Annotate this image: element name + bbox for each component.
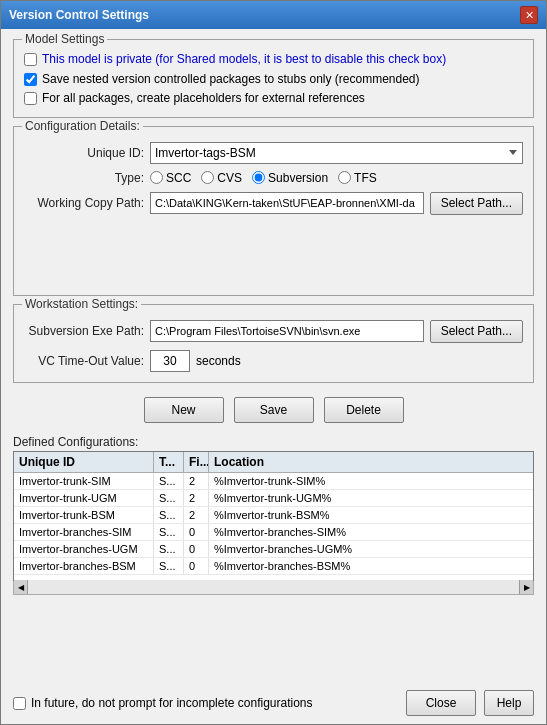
unique-id-control: Imvertor-tags-BSM xyxy=(150,142,523,164)
defined-configs-label: Defined Configurations: xyxy=(13,435,534,449)
private-model-checkbox[interactable] xyxy=(24,53,37,66)
scroll-right-btn[interactable]: ▶ xyxy=(519,580,533,594)
td-fi: 0 xyxy=(184,558,209,574)
configs-table: Unique ID T... Fi... Location Imvertor-t… xyxy=(13,451,534,581)
bottom-left: In future, do not prompt for incomplete … xyxy=(13,696,313,710)
title-bar: Version Control Settings ✕ xyxy=(1,1,546,29)
timeout-input[interactable]: 30 xyxy=(150,350,190,372)
table-row[interactable]: Imvertor-trunk-UGM S... 2 %Imvertor-trun… xyxy=(14,490,533,507)
td-uid: Imvertor-trunk-BSM xyxy=(14,507,154,523)
subversion-exe-control: C:\Program Files\TortoiseSVN\bin\svn.exe… xyxy=(150,320,523,343)
horizontal-scrollbar[interactable]: ◀ ▶ xyxy=(13,581,534,595)
td-fi: 0 xyxy=(184,524,209,540)
placeholders-checkbox[interactable] xyxy=(24,92,37,105)
col-header-uid: Unique ID xyxy=(14,452,154,472)
version-control-settings-window: Version Control Settings ✕ Model Setting… xyxy=(0,0,547,725)
defined-configs-section: Defined Configurations: Unique ID T... F… xyxy=(13,435,534,595)
td-fi: 2 xyxy=(184,473,209,489)
type-row: Type: SCC CVS Subversion xyxy=(24,171,523,185)
save-nested-label: Save nested version controlled packages … xyxy=(42,72,420,88)
select-exe-path-button[interactable]: Select Path... xyxy=(430,320,523,343)
type-radio-group: SCC CVS Subversion TFS xyxy=(150,171,523,185)
col-header-fi: Fi... xyxy=(184,452,209,472)
td-uid: Imvertor-branches-SIM xyxy=(14,524,154,540)
workstation-settings-title: Workstation Settings: xyxy=(22,297,141,311)
unique-id-dropdown[interactable]: Imvertor-tags-BSM xyxy=(150,142,523,164)
subversion-label: Subversion xyxy=(268,171,328,185)
config-details-group: Configuration Details: Unique ID: Imvert… xyxy=(13,126,534,296)
unique-id-row: Unique ID: Imvertor-tags-BSM xyxy=(24,142,523,164)
new-button[interactable]: New xyxy=(144,397,224,423)
main-content: Model Settings This model is private (fo… xyxy=(1,29,546,684)
bottom-bar: In future, do not prompt for incomplete … xyxy=(1,684,546,724)
checkbox-row-2: Save nested version controlled packages … xyxy=(24,72,523,88)
model-settings-title: Model Settings xyxy=(22,32,107,46)
unique-id-label: Unique ID: xyxy=(24,146,144,160)
timeout-row: VC Time-Out Value: 30 seconds xyxy=(24,350,523,372)
checkbox-row-1: This model is private (for Shared models… xyxy=(24,52,523,68)
table-row[interactable]: Imvertor-branches-SIM S... 0 %Imvertor-b… xyxy=(14,524,533,541)
working-copy-control: C:\Data\KING\Kern-taken\StUF\EAP-bronnen… xyxy=(150,192,523,215)
td-uid: Imvertor-trunk-SIM xyxy=(14,473,154,489)
config-details-title: Configuration Details: xyxy=(22,119,143,133)
td-loc: %Imvertor-branches-SIM% xyxy=(209,524,533,540)
private-model-label: This model is private (for Shared models… xyxy=(42,52,446,68)
table-row[interactable]: Imvertor-trunk-SIM S... 2 %Imvertor-trun… xyxy=(14,473,533,490)
working-copy-row: Working Copy Path: C:\Data\KING\Kern-tak… xyxy=(24,192,523,215)
table-body[interactable]: Imvertor-trunk-SIM S... 2 %Imvertor-trun… xyxy=(14,473,533,580)
td-loc: %Imvertor-trunk-BSM% xyxy=(209,507,533,523)
type-label: Type: xyxy=(24,171,144,185)
bottom-right: Close Help xyxy=(406,690,534,716)
working-copy-input[interactable]: C:\Data\KING\Kern-taken\StUF\EAP-bronnen… xyxy=(150,192,424,214)
close-button[interactable]: Close xyxy=(406,690,476,716)
table-row[interactable]: Imvertor-branches-UGM S... 0 %Imvertor-b… xyxy=(14,541,533,558)
close-icon[interactable]: ✕ xyxy=(520,6,538,24)
radio-scc: SCC xyxy=(150,171,191,185)
config-spacer xyxy=(24,215,523,285)
td-fi: 0 xyxy=(184,541,209,557)
cvs-radio[interactable] xyxy=(201,171,214,184)
subversion-radio[interactable] xyxy=(252,171,265,184)
save-nested-checkbox[interactable] xyxy=(24,73,37,86)
subversion-exe-input[interactable]: C:\Program Files\TortoiseSVN\bin\svn.exe xyxy=(150,320,424,342)
scc-label: SCC xyxy=(166,171,191,185)
td-t: S... xyxy=(154,541,184,557)
future-label: In future, do not prompt for incomplete … xyxy=(31,696,313,710)
future-checkbox[interactable] xyxy=(13,697,26,710)
action-buttons-row: New Save Delete xyxy=(13,397,534,423)
td-t: S... xyxy=(154,524,184,540)
working-copy-label: Working Copy Path: xyxy=(24,196,144,210)
tfs-radio[interactable] xyxy=(338,171,351,184)
help-button[interactable]: Help xyxy=(484,690,534,716)
checkbox-row-3: For all packages, create placeholders fo… xyxy=(24,91,523,107)
td-t: S... xyxy=(154,558,184,574)
delete-button[interactable]: Delete xyxy=(324,397,404,423)
radio-subversion: Subversion xyxy=(252,171,328,185)
timeout-label: VC Time-Out Value: xyxy=(24,354,144,368)
tfs-label: TFS xyxy=(354,171,377,185)
model-settings-group: Model Settings This model is private (fo… xyxy=(13,39,534,118)
col-header-t: T... xyxy=(154,452,184,472)
window-title: Version Control Settings xyxy=(9,8,149,22)
radio-tfs: TFS xyxy=(338,171,377,185)
td-fi: 2 xyxy=(184,507,209,523)
scc-radio[interactable] xyxy=(150,171,163,184)
save-button[interactable]: Save xyxy=(234,397,314,423)
td-t: S... xyxy=(154,507,184,523)
table-row[interactable]: Imvertor-trunk-BSM S... 2 %Imvertor-trun… xyxy=(14,507,533,524)
td-loc: %Imvertor-trunk-SIM% xyxy=(209,473,533,489)
timeout-unit: seconds xyxy=(196,354,241,368)
select-path-button[interactable]: Select Path... xyxy=(430,192,523,215)
placeholders-label: For all packages, create placeholders fo… xyxy=(42,91,365,107)
scroll-left-btn[interactable]: ◀ xyxy=(14,580,28,594)
td-t: S... xyxy=(154,490,184,506)
td-t: S... xyxy=(154,473,184,489)
td-uid: Imvertor-branches-BSM xyxy=(14,558,154,574)
td-fi: 2 xyxy=(184,490,209,506)
td-loc: %Imvertor-branches-UGM% xyxy=(209,541,533,557)
table-row[interactable]: Imvertor-branches-BSM S... 0 %Imvertor-b… xyxy=(14,558,533,575)
table-header: Unique ID T... Fi... Location xyxy=(14,452,533,473)
cvs-label: CVS xyxy=(217,171,242,185)
td-uid: Imvertor-branches-UGM xyxy=(14,541,154,557)
subversion-exe-label: Subversion Exe Path: xyxy=(24,324,144,338)
